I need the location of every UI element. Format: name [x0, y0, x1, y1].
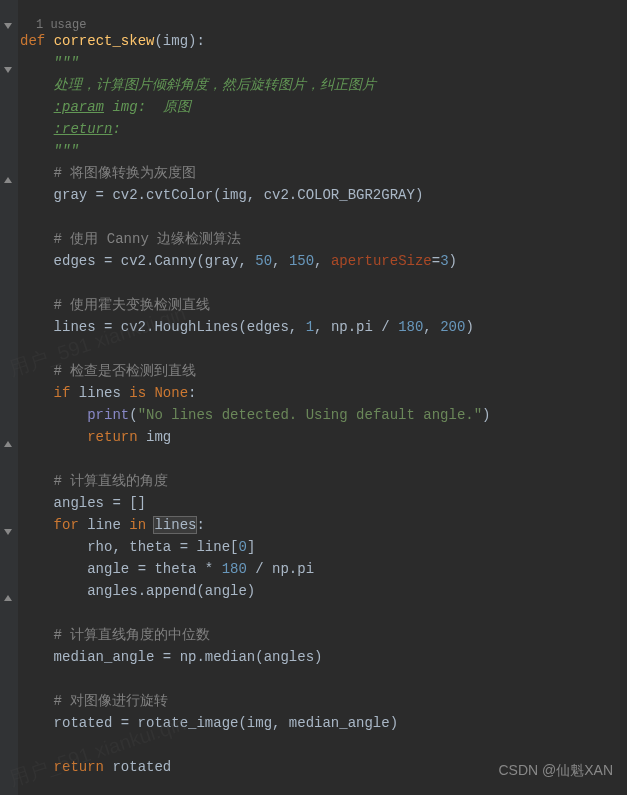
- fold-end-icon[interactable]: [2, 170, 14, 192]
- docstring-quote: """: [54, 55, 79, 71]
- comment: # 计算直线的角度: [54, 473, 169, 489]
- comment: # 将图像转换为灰度图: [54, 165, 197, 181]
- docstring-text: 处理，计算图片倾斜角度，然后旋转图片，纠正图片: [54, 77, 376, 93]
- doc-param-tag: :param: [54, 99, 104, 115]
- comment: # 使用霍夫变换检测直线: [54, 297, 211, 313]
- comment: # 使用 Canny 边缘检测算法: [54, 231, 242, 247]
- gutter: [0, 0, 18, 795]
- fold-end-icon[interactable]: [2, 434, 14, 456]
- fold-end-icon[interactable]: [2, 588, 14, 610]
- fold-icon[interactable]: [2, 522, 14, 544]
- docstring-quote: """: [54, 143, 79, 159]
- footer-watermark: CSDN @仙魁XAN: [498, 759, 613, 781]
- code-area[interactable]: 1 usage def correct_skew(img): """ 处理，计算…: [18, 0, 627, 795]
- code-editor[interactable]: 1 usage def correct_skew(img): """ 处理，计算…: [0, 0, 627, 795]
- doc-return-tag: :return: [54, 121, 113, 137]
- comment: # 计算直线角度的中位数: [54, 627, 211, 643]
- highlighted-var: lines: [154, 517, 196, 533]
- fold-icon[interactable]: [2, 16, 14, 38]
- comment: # 检查是否检测到直线: [54, 363, 197, 379]
- comment: # 对图像进行旋转: [54, 693, 169, 709]
- fold-icon[interactable]: [2, 60, 14, 82]
- usage-hint[interactable]: 1 usage: [18, 12, 86, 40]
